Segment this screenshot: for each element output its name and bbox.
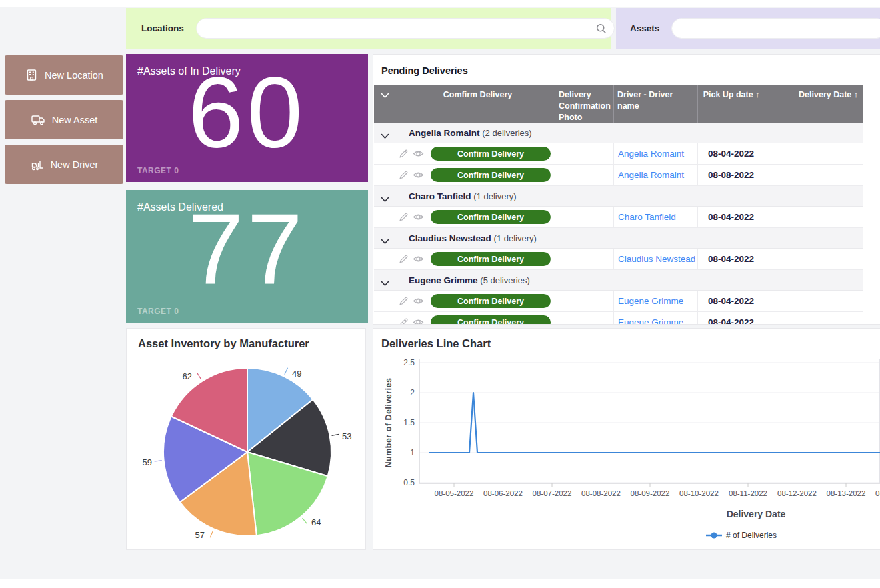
x-tick-label: 08-06-2022: [483, 489, 523, 497]
driver-name-link[interactable]: Claudius Newstead: [618, 254, 695, 264]
locations-search-input[interactable]: [196, 18, 615, 39]
header-collapse-cell[interactable]: [374, 85, 401, 123]
building-icon: [25, 68, 39, 82]
x-tick-label: 08-08-2022: [581, 489, 621, 497]
confirm-delivery-button[interactable]: Confirm Delivery: [431, 294, 551, 308]
group-row[interactable]: Claudius Newstead (1 delivery): [374, 228, 863, 249]
header-delivery-date[interactable]: Delivery Date ↑: [765, 85, 863, 123]
new-asset-button[interactable]: New Asset: [5, 100, 123, 139]
confirm-delivery-button[interactable]: Confirm Delivery: [431, 147, 551, 161]
edit-icon[interactable]: [399, 149, 409, 161]
group-row[interactable]: Angelia Romaint (2 deliveries): [374, 123, 863, 143]
driver-name-link[interactable]: Angelia Romaint: [618, 149, 684, 159]
edit-icon[interactable]: [399, 212, 409, 225]
search-icon: [596, 23, 607, 34]
new-location-button[interactable]: New Location: [5, 55, 123, 95]
chevron-down-icon[interactable]: [381, 193, 389, 205]
pick-up-date-value: 08-04-2022: [697, 296, 765, 306]
new-driver-label: New Driver: [51, 159, 99, 170]
delivery-row: Confirm DeliveryEugene Grimme08-04-2022: [374, 312, 863, 325]
x-tick-label: 08-14-2022: [875, 489, 880, 497]
y-axis-title: Number of Deliveries: [384, 377, 393, 467]
chevron-down-icon[interactable]: [381, 130, 389, 142]
line-chart[interactable]: 0.511.522.508-05-202208-06-202208-07-202…: [373, 329, 880, 549]
pick-up-date-value: 08-08-2022: [697, 170, 765, 180]
pie-chart-title: Asset Inventory by Manufacturer: [138, 337, 309, 350]
group-driver-name: Charo Tanfield (1 delivery): [409, 191, 517, 201]
pie-label-line: [197, 373, 201, 379]
confirm-delivery-button[interactable]: Confirm Delivery: [431, 168, 551, 182]
pie-value-label: 59: [143, 457, 152, 467]
pie-value-label: 49: [292, 369, 301, 379]
assets-label: Assets: [630, 23, 659, 33]
view-icon[interactable]: [413, 254, 424, 267]
kpi-target: TARGET 0: [137, 166, 179, 175]
driver-name-link[interactable]: Angelia Romaint: [618, 170, 684, 180]
header-driver-name[interactable]: Driver - Driver name: [613, 85, 697, 123]
new-asset-label: New Asset: [52, 115, 98, 125]
driver-name-link[interactable]: Charo Tanfield: [618, 212, 676, 222]
assets-search-panel: Assets: [616, 8, 880, 49]
top-bar: [0, 0, 880, 7]
header-confirm-delivery[interactable]: Comfirm Delivery: [401, 85, 555, 123]
pie-label-line: [285, 368, 288, 375]
confirm-delivery-button[interactable]: Confirm Delivery: [431, 252, 551, 266]
pie-label-line: [210, 531, 213, 537]
pie-value-label: 53: [342, 431, 351, 441]
view-icon[interactable]: [413, 212, 424, 225]
confirm-delivery-button[interactable]: Confirm Delivery: [431, 315, 551, 325]
edit-icon[interactable]: [399, 296, 409, 309]
edit-icon[interactable]: [399, 317, 409, 325]
kpi-assets-in-delivery: #Assets of In Delivery 60 TARGET 0: [126, 54, 368, 182]
new-driver-button[interactable]: New Driver: [5, 145, 123, 184]
x-tick-label: 08-09-2022: [631, 489, 670, 497]
view-icon[interactable]: [413, 149, 424, 161]
y-tick-label: 1: [410, 448, 415, 457]
pick-up-date-value: 08-04-2022: [697, 149, 765, 159]
driver-name-link[interactable]: Eugene Grimme: [618, 317, 683, 325]
driver-name-link[interactable]: Eugene Grimme: [618, 296, 683, 306]
locations-label: Locations: [141, 23, 184, 33]
pie-value-label: 62: [183, 371, 192, 381]
delivery-row: Confirm DeliveryAngelia Romaint08-04-202…: [374, 143, 863, 165]
table-header: Comfirm Delivery Delivery Confirmation P…: [374, 85, 863, 123]
asset-inventory-pie-card: Asset Inventory by Manufacturer 49536457…: [126, 328, 366, 550]
pie-label-line: [332, 434, 339, 435]
legend-label[interactable]: # of Deliveries: [726, 531, 777, 540]
y-tick-label: 0.5: [403, 478, 415, 487]
pie-value-label: 57: [195, 530, 205, 540]
edit-icon[interactable]: [399, 254, 409, 267]
forklift-icon: [30, 157, 45, 172]
chevron-down-icon: [381, 93, 389, 99]
legend-marker: [711, 533, 717, 539]
delivery-row: Confirm DeliveryEugene Grimme08-04-2022: [374, 291, 863, 312]
delivery-row: Confirm DeliveryCharo Tanfield08-04-2022: [374, 207, 863, 228]
group-row[interactable]: Eugene Grimme (5 deliveries): [374, 270, 863, 291]
pick-up-date-value: 08-04-2022: [697, 317, 765, 325]
group-row[interactable]: Charo Tanfield (1 delivery): [374, 186, 863, 207]
header-delivery-confirmation-photo[interactable]: Delivery Confirmation Photo: [555, 85, 613, 123]
pie-chart[interactable]: 495364575962: [127, 329, 365, 549]
view-icon[interactable]: [413, 317, 424, 325]
new-location-label: New Location: [45, 70, 103, 81]
pending-deliveries-table: Comfirm Delivery Delivery Confirmation P…: [374, 85, 863, 325]
chevron-down-icon[interactable]: [381, 277, 389, 289]
group-delivery-count: (1 delivery): [473, 191, 516, 201]
group-driver-name: Eugene Grimme (5 deliveries): [409, 275, 530, 285]
assets-search-input[interactable]: [671, 18, 880, 39]
view-icon[interactable]: [413, 296, 424, 309]
group-delivery-count: (1 delivery): [494, 233, 537, 243]
edit-icon[interactable]: [399, 170, 409, 183]
confirm-delivery-button[interactable]: Confirm Delivery: [431, 210, 551, 224]
view-icon[interactable]: [413, 170, 424, 183]
x-axis-title: Delivery Date: [727, 509, 786, 519]
x-tick-label: 08-13-2022: [827, 489, 866, 497]
group-driver-name: Angelia Romaint (2 deliveries): [409, 128, 532, 138]
delivery-row: Confirm DeliveryClaudius Newstead08-04-2…: [374, 249, 863, 270]
bottom-bar: [0, 579, 880, 588]
header-pick-up-date[interactable]: Pick Up date ↑: [697, 85, 765, 123]
kpi-value: 77: [126, 197, 368, 302]
chevron-down-icon[interactable]: [381, 235, 389, 247]
x-tick-label: 08-05-2022: [435, 489, 474, 497]
x-tick-label: 08-12-2022: [777, 489, 817, 497]
